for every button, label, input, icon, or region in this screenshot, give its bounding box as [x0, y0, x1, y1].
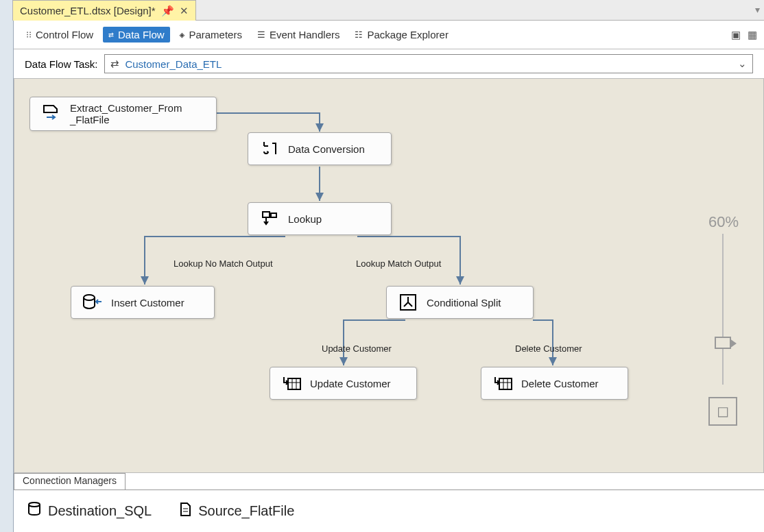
data-flow-task-row: Data Flow Task: ⇄ Customer_Data_ETL ⌄	[14, 49, 764, 78]
svg-rect-1	[271, 213, 276, 217]
connection-manager-item[interactable]: Source_FlatFile	[179, 502, 294, 520]
document-tab-title: Customer_ETL.dtsx [Design]*	[20, 5, 156, 16]
connection-managers-tab[interactable]: Connection Managers	[14, 473, 126, 489]
document-tab[interactable]: Customer_ETL.dtsx [Design]* 📌 ✕	[12, 0, 196, 21]
node-data-conversion[interactable]: Data Conversion	[248, 132, 392, 165]
close-icon[interactable]: ✕	[180, 5, 189, 17]
zoom-slider-track[interactable]	[722, 234, 724, 385]
package-explorer-icon: ☷	[355, 29, 363, 40]
node-insert-customer[interactable]: Insert Customer	[71, 286, 215, 319]
tab-event-handlers[interactable]: ☰ Event Handlers	[252, 27, 346, 43]
edge-label-update: Update Customer	[322, 343, 392, 354]
connection-managers-panel: Destination_SQL Source_FlatFile	[14, 489, 764, 532]
data-flow-task-icon: ⇄	[110, 58, 119, 70]
data-flow-icon: ⇄	[108, 29, 114, 40]
svg-rect-5	[499, 378, 512, 389]
tab-parameters[interactable]: ◈ Parameters	[174, 27, 248, 43]
conditional-split-icon	[398, 292, 418, 313]
lookup-icon	[259, 208, 280, 229]
edge-label-delete: Delete Customer	[515, 343, 582, 354]
edge-label-no-match: Lookup No Match Output	[174, 258, 273, 269]
connection-manager-name: Source_FlatFile	[198, 503, 294, 519]
tab-label: Data Flow	[118, 29, 165, 40]
tab-data-flow[interactable]: ⇄ Data Flow	[103, 27, 169, 43]
database-icon	[27, 502, 41, 520]
toolbar-grid-icon[interactable]: ▦	[748, 29, 757, 41]
node-label: Lookup	[288, 213, 322, 225]
tab-package-explorer[interactable]: ☷ Package Explorer	[349, 27, 453, 43]
connection-managers-title: Connection Managers	[23, 475, 117, 486]
data-flow-task-value: Customer_Data_ETL	[125, 58, 222, 70]
svg-point-6	[29, 503, 40, 507]
document-tab-bar: Customer_ETL.dtsx [Design]* 📌 ✕ ▾	[14, 0, 764, 21]
node-lookup[interactable]: Lookup	[248, 202, 392, 235]
flatfile-source-icon	[41, 104, 62, 124]
node-delete-customer[interactable]: Delete Customer	[481, 367, 628, 400]
svg-rect-4	[288, 378, 300, 389]
node-conditional-split[interactable]: Conditional Split	[386, 286, 534, 319]
tab-label: Parameters	[189, 29, 242, 40]
zoom-percent: 60%	[708, 213, 739, 231]
node-update-customer[interactable]: Update Customer	[270, 367, 417, 400]
svg-rect-0	[263, 212, 270, 217]
node-label: Insert Customer	[111, 297, 184, 309]
node-label: Update Customer	[310, 378, 391, 389]
designer-canvas[interactable]: Extract_Customer_From _FlatFile Data Con…	[14, 78, 764, 473]
pin-icon[interactable]: 📌	[161, 5, 174, 17]
chevron-down-icon: ⌄	[738, 58, 747, 70]
flatfile-icon	[179, 502, 191, 520]
tab-control-flow[interactable]: ⁝⁝ Control Flow	[21, 27, 99, 43]
oledb-destination-icon	[82, 292, 103, 313]
control-flow-icon: ⁝⁝	[26, 29, 32, 40]
svg-point-2	[84, 295, 95, 300]
tab-overflow-icon[interactable]: ▾	[755, 4, 760, 15]
connection-manager-name: Destination_SQL	[48, 503, 152, 519]
zoom-fit-button[interactable]: ◻	[708, 397, 737, 426]
node-extract-customer-flatfile[interactable]: Extract_Customer_From _FlatFile	[29, 97, 217, 131]
toolbar-box-icon[interactable]: ▣	[731, 29, 741, 41]
oledb-command-icon	[492, 373, 513, 394]
data-flow-task-label: Data Flow Task:	[25, 58, 97, 70]
tab-label: Package Explorer	[367, 29, 448, 40]
node-label: Data Conversion	[288, 143, 365, 155]
zoom-slider-handle[interactable]	[715, 337, 731, 349]
node-label-line2: _FlatFile	[70, 114, 182, 125]
tab-label: Control Flow	[36, 29, 93, 40]
tab-label: Event Handlers	[270, 29, 340, 40]
data-flow-task-select[interactable]: ⇄ Customer_Data_ETL ⌄	[104, 54, 753, 73]
node-label: Conditional Split	[427, 297, 501, 309]
designer-view-tabs: ⁝⁝ Control Flow ⇄ Data Flow ◈ Parameters…	[14, 21, 764, 49]
node-label: Delete Customer	[521, 378, 599, 389]
parameters-icon: ◈	[180, 29, 185, 40]
edge-label-match: Lookup Match Output	[356, 258, 441, 269]
oledb-command-icon	[281, 373, 302, 394]
data-conversion-icon	[259, 138, 280, 159]
vertical-side-rail	[0, 0, 14, 532]
node-label-line1: Extract_Customer_From	[70, 102, 182, 114]
connection-manager-item[interactable]: Destination_SQL	[27, 502, 152, 520]
event-handlers-icon: ☰	[257, 29, 265, 40]
